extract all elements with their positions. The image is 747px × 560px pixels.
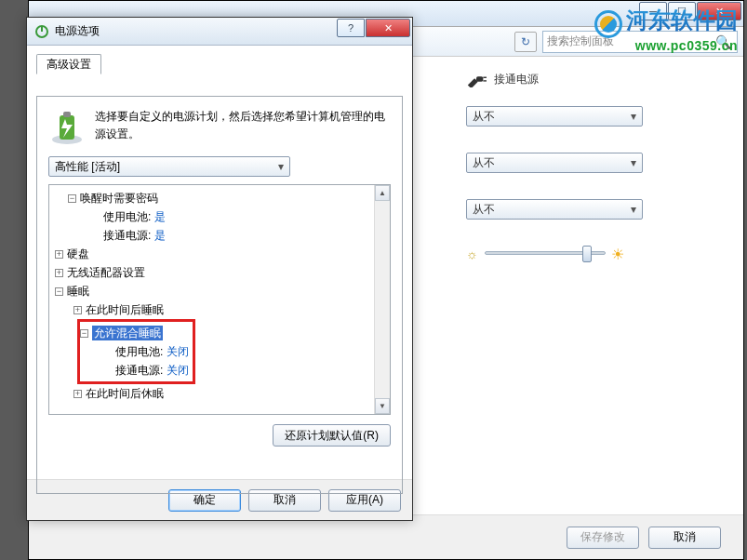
plug-icon [466,73,487,87]
collapse-icon[interactable]: − [80,329,88,338]
search-placeholder: 搜索控制面板 [547,33,614,49]
scroll-down-button[interactable]: ▼ [375,398,390,414]
dialog-description: 选择要自定义的电源计划，然后选择您希望计算机管理的电源设置。 [95,108,391,145]
expand-icon[interactable]: + [55,250,63,259]
tree-item-wireless[interactable]: +无线适配器设置 [51,263,388,282]
bg-cancel-button[interactable]: 取消 [648,527,721,549]
refresh-button[interactable]: ↻ [514,32,537,52]
collapse-icon[interactable]: − [55,287,63,296]
dialog-title: 电源选项 [55,23,100,39]
expand-icon[interactable]: + [73,390,82,398]
plan-select-value: 高性能 [活动] [55,159,120,175]
bg-minimize-button[interactable]: ─ [639,2,667,20]
scroll-up-button[interactable]: ▲ [375,185,390,201]
settings-tree: ▲ ▼ −唤醒时需要密码 使用电池: 是 接通电源: 是 +硬盘 +无线适配器设… [48,184,391,415]
expand-icon[interactable]: + [55,269,63,277]
plugged-label: 接通电源 [494,72,539,87]
bg-close-button[interactable]: ✕ [697,2,741,20]
tree-item-after-sleep[interactable]: +在此时间后睡眠 [73,300,388,319]
dialog-body: 高级设置 选择要自定义的电源计划，然后选择您希望计算机管理的电源设置。 高性能 … [27,46,412,479]
tree-item-hybrid-sleep-group: −允许混合睡眠 使用电池: 关闭 接通电源: 关闭 [73,319,388,384]
tree-item-wake-battery[interactable]: 使用电池: 是 [87,207,388,226]
tree-scrollbar[interactable]: ▲ ▼ [374,185,390,414]
tree-item-hybrid-plugged[interactable]: 接通电源: 关闭 [80,361,189,380]
bg-select-1[interactable]: 从不 [466,106,643,127]
save-button[interactable]: 保存修改 [567,527,639,549]
bg-maximize-button[interactable]: ☐ [668,2,696,20]
tree-item-sleep[interactable]: −睡眠 +在此时间后睡眠 −允许混合睡眠 使用电池: 关闭 接通电源: 关闭 +… [51,282,388,403]
bg-select-2[interactable]: 从不 [466,153,643,173]
collapse-icon[interactable]: − [68,194,76,203]
brightness-high-icon: ☀ [611,246,626,260]
bg-select-3[interactable]: 从不 [466,199,643,220]
tree-item-hybrid-battery[interactable]: 使用电池: 关闭 [80,342,189,361]
expand-icon[interactable]: + [73,306,82,314]
dialog-titlebar[interactable]: 电源选项 ? ✕ [27,18,412,46]
brightness-slider[interactable] [485,251,606,255]
tree-item-after-hibernate[interactable]: +在此时间后休眠 [73,384,388,403]
search-icon: 🔍 [715,34,731,49]
brightness-low-icon: ☼ [466,247,479,260]
tree-item-hdd[interactable]: +硬盘 [51,245,388,263]
dialog-help-button[interactable]: ? [337,19,365,37]
tab-strip: 高级设置 [36,51,403,73]
search-input[interactable]: 搜索控制面板 🔍 [542,31,738,53]
slider-thumb[interactable] [582,246,592,262]
tab-panel: 选择要自定义的电源计划，然后选择您希望计算机管理的电源设置。 高性能 [活动] … [36,96,403,494]
tree-item-wake-plugged[interactable]: 接通电源: 是 [87,226,388,245]
restore-defaults-button[interactable]: 还原计划默认值(R) [273,424,391,447]
svg-rect-7 [63,112,71,117]
power-options-dialog: 电源选项 ? ✕ 高级设置 选择要自定义的电源计划，然后选择您希望计算机管理的电… [26,17,413,521]
battery-icon [48,108,86,145]
highlight-box: −允许混合睡眠 使用电池: 关闭 接通电源: 关闭 [77,319,195,384]
power-icon [34,24,49,39]
tree-item-wake-password[interactable]: −唤醒时需要密码 使用电池: 是 接通电源: 是 [51,189,388,245]
tab-advanced[interactable]: 高级设置 [36,54,101,74]
dialog-close-button[interactable]: ✕ [366,19,410,37]
svg-rect-0 [476,76,483,82]
plan-select[interactable]: 高性能 [活动] [48,156,290,177]
tree-item-hybrid-sleep[interactable]: 允许混合睡眠 [92,326,163,340]
bg-footer: 保存修改 取消 [29,514,743,559]
